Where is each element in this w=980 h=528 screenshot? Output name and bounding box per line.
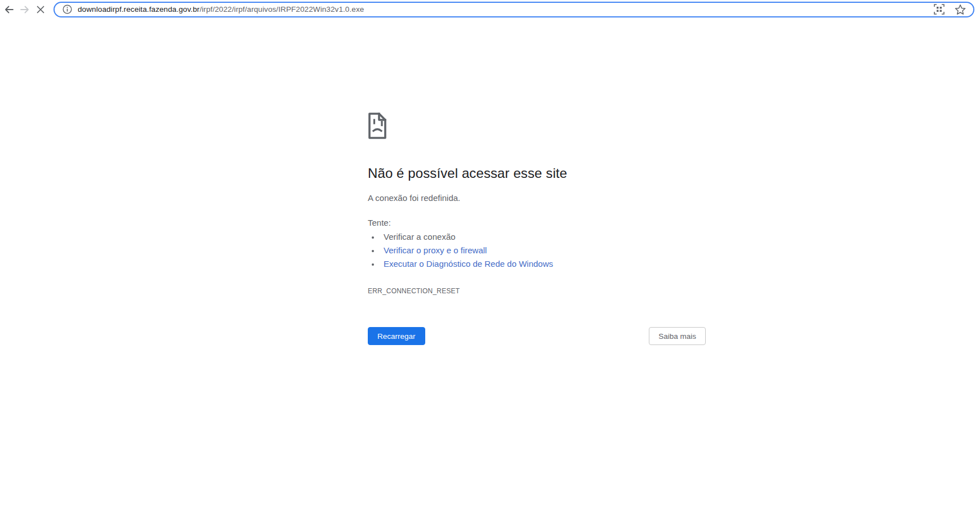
qr-code-icon <box>933 3 945 15</box>
back-arrow-icon <box>4 5 14 15</box>
sad-file-icon <box>368 112 387 140</box>
suggestion-item: Executar o Diagnóstico de Rede do Window… <box>380 259 706 268</box>
suggestions-list: Verificar a conexão Verificar o proxy e … <box>380 232 706 268</box>
error-page: Não é possível acessar esse site A conex… <box>368 112 706 345</box>
error-code: ERR_CONNECTION_RESET <box>368 287 706 295</box>
url-domain: downloadirpf.receita.fazenda.gov.br <box>78 5 199 14</box>
suggestion-check-connection: Verificar a conexão <box>380 232 706 241</box>
error-title: Não é possível acessar esse site <box>368 165 706 181</box>
address-bar[interactable]: downloadirpf.receita.fazenda.gov.br/irpf… <box>54 2 974 17</box>
stop-x-icon <box>36 5 45 14</box>
suggestions-block: Tente: Verificar a conexão Verificar o p… <box>368 218 706 268</box>
qr-code-button[interactable] <box>933 3 945 16</box>
browser-toolbar: downloadirpf.receita.fazenda.gov.br/irpf… <box>0 0 980 19</box>
bookmark-button[interactable] <box>954 3 966 16</box>
network-diagnostics-link[interactable]: Executar o Diagnóstico de Rede do Window… <box>384 259 553 269</box>
forward-button[interactable] <box>17 2 33 17</box>
error-description: A conexão foi redefinida. <box>368 193 706 203</box>
suggestions-label: Tente: <box>368 218 706 227</box>
learn-more-button[interactable]: Saiba mais <box>649 327 706 345</box>
button-row: Recarregar Saiba mais <box>368 327 706 345</box>
site-info-button[interactable] <box>61 4 73 15</box>
forward-arrow-icon <box>20 5 30 15</box>
suggestion-item: Verificar o proxy e o firewall <box>380 246 706 254</box>
back-button[interactable] <box>1 2 17 17</box>
stop-button[interactable] <box>33 2 48 17</box>
proxy-firewall-link[interactable]: Verificar o proxy e o firewall <box>384 245 487 255</box>
url-path: /irpf/2022/irpf/arquivos/IRPF2022Win32v1… <box>199 5 364 14</box>
star-icon <box>955 4 966 15</box>
reload-button[interactable]: Recarregar <box>368 327 425 345</box>
info-icon <box>63 5 72 14</box>
url-text[interactable]: downloadirpf.receita.fazenda.gov.br/irpf… <box>78 5 928 14</box>
